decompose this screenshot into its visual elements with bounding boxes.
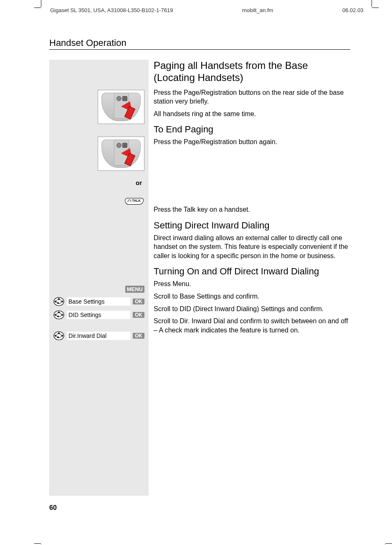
base-station-illustration-1 [98,90,144,124]
ok-softkey-badge: OK [133,299,144,304]
talk-key-icon: TALK [125,198,144,205]
section-title: Handset Operation [49,38,350,50]
ok-softkey-badge: OK [133,333,144,339]
para-did-settings: Scroll to DID (Direct Inward Dialing) Se… [154,304,350,314]
crop-marks-bottom [0,539,392,545]
ok-softkey-badge: OK [133,312,144,318]
nav-key-icon [53,297,64,306]
base-station-illustration-2 [98,137,144,171]
step-label: DID Settings [67,311,130,319]
crop-marks-top: Gigaset SL 3501, USA, A31008-L350-B102-1… [0,0,392,13]
step-label: Base Settings [67,297,130,306]
para-press-page: Press the Page/Registration buttons on t… [154,88,350,106]
step-base-settings: Base Settings OK [53,297,144,306]
heading-did-toggle: Turning On and Off Direct Inward Dialing [154,266,350,277]
para-base-settings: Scroll to Base Settings and confirm. [154,292,350,301]
para-did-intro: Direct inward dialing allows an external… [154,233,350,261]
para-menu: Press Menu. [154,279,350,289]
heading-paging: Paging all Handsets from the Base (Locat… [154,60,350,84]
step-label: Dir.Inward Dial [67,332,130,340]
svg-rect-3 [57,302,59,304]
step-did-settings: DID Settings OK [53,310,144,319]
right-text-column: Paging all Handsets from the Base (Locat… [149,60,350,338]
nav-key-icon [53,331,64,340]
para-all-ring: All handsets ring at the same time. [154,109,350,119]
para-press-again: Press the Page/Registration button again… [154,137,350,147]
heading-did: Setting Direct Inward Dialing [154,220,350,231]
para-dir-inward: Scroll to Dir. Inward Dial and confirm t… [154,317,350,335]
menu-softkey-badge: MENU [125,286,144,293]
or-label: or [53,179,144,186]
para-press-talk: Press the Talk key on a handset. [154,205,350,214]
nav-key-icon [53,310,64,319]
heading-end-paging: To End Paging [154,124,350,135]
page-number: 60 [49,504,350,512]
svg-rect-9 [57,316,59,317]
left-instruction-column: or TALK MENU Base Settings OK [49,60,149,496]
step-dir-inward-dial: Dir.Inward Dial OK [53,331,144,340]
svg-rect-15 [57,337,59,338]
